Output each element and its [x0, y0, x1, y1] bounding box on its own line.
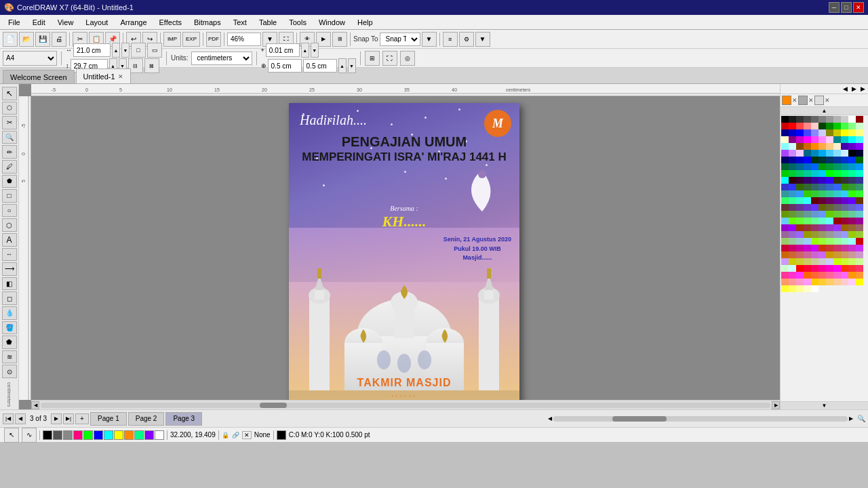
color-cell[interactable]	[796, 272, 804, 279]
color-cell[interactable]	[811, 279, 818, 285]
color-cell[interactable]	[789, 285, 796, 292]
color-cell[interactable]	[841, 197, 848, 204]
color-cell[interactable]	[856, 245, 863, 251]
color-cell[interactable]	[848, 218, 856, 224]
color-cell[interactable]	[789, 218, 796, 224]
color-cell[interactable]	[789, 184, 796, 190]
node-tool[interactable]: ⬡	[2, 102, 17, 115]
color-cell[interactable]	[833, 170, 841, 177]
color-cell[interactable]	[789, 190, 796, 197]
color-cell[interactable]	[841, 190, 848, 197]
color-cell[interactable]	[789, 123, 796, 129]
color-cell[interactable]	[848, 116, 856, 123]
color-cell[interactable]	[833, 197, 841, 204]
color-cell[interactable]	[804, 123, 811, 129]
color-cell[interactable]	[781, 136, 789, 143]
nudge-up[interactable]: ▲	[301, 43, 309, 58]
color-cell[interactable]	[804, 136, 811, 143]
color-cell[interactable]	[826, 251, 833, 258]
color-eyedrop-tool[interactable]: 💧	[2, 306, 17, 320]
color-cell[interactable]	[804, 116, 811, 123]
color-cell[interactable]	[826, 218, 833, 224]
color-cell[interactable]	[818, 258, 826, 265]
color-cell[interactable]	[848, 157, 856, 163]
pen-tool[interactable]: 🖊	[2, 160, 17, 174]
color-cell[interactable]	[841, 265, 848, 272]
color-cell[interactable]	[796, 177, 804, 184]
color-cell[interactable]	[848, 231, 856, 238]
nudge-input[interactable]	[266, 43, 300, 57]
color-cell[interactable]	[781, 170, 789, 177]
color-cell[interactable]	[789, 258, 796, 265]
color-cell[interactable]	[818, 204, 826, 211]
color-cell[interactable]	[818, 116, 826, 123]
bezier-tool-status[interactable]: ∿	[22, 428, 37, 443]
restore-button[interactable]: □	[841, 2, 852, 13]
print-button[interactable]: 🖨	[52, 32, 66, 47]
color-cell[interactable]	[811, 224, 818, 231]
freehand-tool[interactable]: ✏	[2, 145, 17, 159]
color-cell[interactable]	[804, 279, 811, 285]
color-cell[interactable]	[848, 143, 856, 150]
color-cell[interactable]	[841, 157, 848, 163]
color-cell[interactable]	[796, 224, 804, 231]
color-cell[interactable]	[826, 279, 833, 285]
close-button[interactable]: ✕	[853, 2, 864, 13]
color-cell[interactable]	[826, 123, 833, 129]
color-cell[interactable]	[789, 197, 796, 204]
color-cell[interactable]	[833, 258, 841, 265]
color-cell[interactable]	[804, 157, 811, 163]
bswatch-white[interactable]	[155, 430, 164, 440]
first-page-btn[interactable]: |◀	[3, 413, 14, 424]
color-cell[interactable]	[841, 129, 848, 136]
color-cell[interactable]	[811, 265, 818, 272]
color-cell[interactable]	[856, 143, 863, 150]
bswatch-teal[interactable]	[134, 430, 144, 440]
color-cell[interactable]	[826, 190, 833, 197]
color-cell[interactable]	[781, 231, 789, 238]
color-cell[interactable]	[781, 285, 789, 292]
color-cell[interactable]	[841, 238, 848, 245]
status-btn1[interactable]: 🔒	[222, 432, 229, 439]
color-cell[interactable]	[789, 238, 796, 245]
color-cell[interactable]	[789, 272, 796, 279]
color-cell[interactable]	[804, 150, 811, 157]
vscroll-down[interactable]: ▼	[781, 401, 868, 409]
color-cell[interactable]	[848, 129, 856, 136]
color-cell[interactable]	[841, 272, 848, 279]
color-cell[interactable]	[826, 116, 833, 123]
color-cell[interactable]	[781, 143, 789, 150]
select-tool-status[interactable]: ↖	[4, 428, 19, 443]
dup-x-input[interactable]	[268, 59, 302, 73]
color-cell[interactable]	[818, 150, 826, 157]
color-cell[interactable]	[833, 163, 841, 170]
color-cell[interactable]	[789, 129, 796, 136]
color-cell[interactable]	[811, 204, 818, 211]
color-cell[interactable]	[856, 279, 863, 285]
color-cell[interactable]	[781, 279, 789, 285]
color-cell[interactable]	[804, 129, 811, 136]
color-cell[interactable]	[811, 285, 818, 292]
color-cell[interactable]	[789, 245, 796, 251]
color-cell[interactable]	[848, 204, 856, 211]
publish-button[interactable]: PDF	[206, 32, 221, 47]
color-cell[interactable]	[818, 197, 826, 204]
color-cell[interactable]	[826, 136, 833, 143]
ellipse-tool[interactable]: ○	[2, 204, 17, 218]
color-cell[interactable]	[848, 224, 856, 231]
color-cell[interactable]	[796, 218, 804, 224]
color-cell[interactable]	[818, 190, 826, 197]
color-cell[interactable]	[826, 204, 833, 211]
color-cell[interactable]	[833, 218, 841, 224]
color-cell[interactable]	[796, 251, 804, 258]
color-cell[interactable]	[796, 190, 804, 197]
snap-options-btn[interactable]: ▼	[422, 32, 437, 47]
zoom-in-btn[interactable]: 🔍	[857, 415, 865, 422]
color-cell[interactable]	[796, 116, 804, 123]
color-cell[interactable]	[804, 245, 811, 251]
color-cell[interactable]	[818, 170, 826, 177]
color-cell[interactable]	[804, 285, 811, 292]
color-cell[interactable]	[841, 184, 848, 190]
color-cell[interactable]	[826, 211, 833, 218]
color-cell[interactable]	[826, 238, 833, 245]
